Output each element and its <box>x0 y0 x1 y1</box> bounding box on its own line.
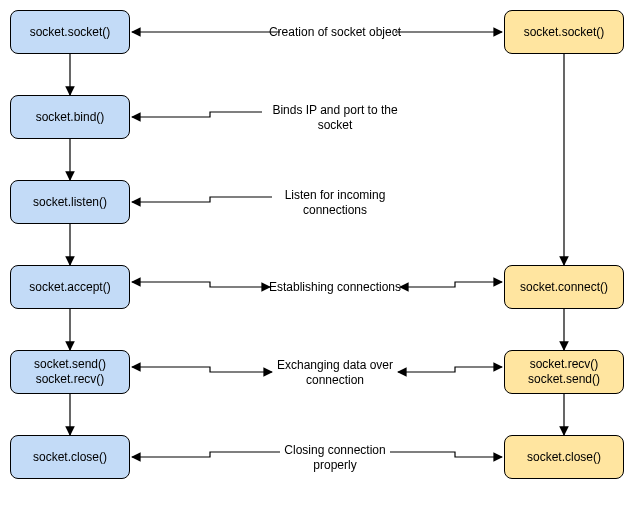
arrow-cap3-c3 <box>400 282 502 287</box>
arrow-cap4-c4 <box>398 367 502 372</box>
flowchart-canvas: socket.socket() socket.bind() socket.lis… <box>0 0 634 509</box>
arrow-cap1-s1 <box>132 112 262 117</box>
arrow-cap5-c5 <box>390 452 502 457</box>
arrow-layer <box>0 0 634 509</box>
arrow-cap5-s5 <box>132 452 280 457</box>
arrow-cap2-s2 <box>132 197 272 202</box>
arrow-cap3-s3 <box>132 282 270 287</box>
arrow-cap4-s4 <box>132 367 272 372</box>
